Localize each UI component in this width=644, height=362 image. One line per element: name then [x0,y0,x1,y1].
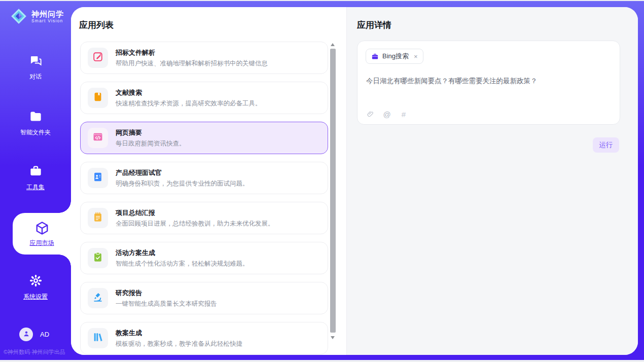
app-desc: 模板驱动，教案秒成，教学准备从此轻松快捷 [116,340,242,348]
sidebar: 神州问学 Smart Vision 对话 智能文件夹 工具集 应用市场 系统设置… [0,1,71,360]
app-desc: 帮助用户快速、准确地理解和解析招标书中的关键信息 [116,59,268,68]
cube-icon [34,221,50,236]
avatar [19,328,33,341]
chat-icon [29,54,43,67]
sidebar-item-toolset[interactable]: 工具集 [0,164,71,192]
user-account[interactable]: AD [19,328,49,341]
webpage-code-icon [92,131,103,144]
brand-logo: 神州问学 Smart Vision [10,8,64,25]
sidebar-item-chat[interactable]: 对话 [0,54,71,81]
app-list-title: 应用列表 [79,19,114,31]
sidebar-item-label: 应用市场 [30,239,54,247]
input-toolbar: @ # [366,110,408,118]
user-name: AD [40,331,49,338]
microscope-icon [92,292,103,305]
query-input-card[interactable]: Bing搜索 × 今日湖北有哪些新闻要点？有哪些需要关注的最新政策？ @ # [357,41,620,125]
app-name: 招标文件解析 [116,48,268,57]
app-name: 项目总结汇报 [116,208,274,218]
sidebar-item-settings[interactable]: 系统设置 [0,274,71,301]
app-card[interactable]: 活动方案生成 智能生成个性化活动方案，轻松解决规划难题。 [80,242,328,274]
diamond-logo-icon [10,8,27,25]
app-detail-title: 应用详情 [357,19,391,31]
app-name: 网页摘要 [116,128,186,137]
app-desc: 明确身份和职责，为您提供专业性的面试问题。 [116,179,249,188]
clipboard-check-icon [92,251,103,265]
hash-icon[interactable]: # [400,110,408,118]
sidebar-item-smart-folder[interactable]: 智能文件夹 [0,110,71,137]
app-icon-tile [88,48,108,68]
app-name: 产品经理面试官 [116,168,249,177]
scroll-down-arrow-icon[interactable] [331,336,335,339]
app-card[interactable]: 项目总结汇报 全面回顾项目进展，总结经验教训，助力未来优化发展。 [80,202,328,234]
app-desc: 智能生成个性化活动方案，轻松解决规划难题。 [116,260,249,268]
person-icon [22,330,30,340]
query-text[interactable]: 今日湖北有哪些新闻要点？有哪些需要关注的最新政策？ [366,77,612,86]
app-card[interactable]: 教案生成 模板驱动，教案秒成，教学准备从此轻松快捷 [80,322,328,354]
doc-edit-icon [92,51,103,64]
app-desc: 全面回顾项目进展，总结经验教训，助力未来优化发展。 [116,220,274,228]
sidebar-item-label: 工具集 [0,183,71,192]
app-desc: 快速精准查找学术资源，提高研究效率的必备工具。 [116,99,262,108]
app-icon-tile [88,248,108,268]
app-detail-column: 应用详情 Bing搜索 × 今日湖北有哪些新闻要点？有哪些需要关注的最新政策？ … [346,7,638,355]
copyright-footer: ©神州数码·神州问学出品 [4,348,71,356]
app-name: 活动方案生成 [116,248,249,258]
toolbox-icon [29,164,43,178]
app-icon-tile [88,88,108,108]
gear-icon [29,274,43,287]
app-name: 文献搜索 [116,88,262,97]
sidebar-item-app-market[interactable]: 应用市场 [13,213,71,255]
app-card[interactable]: 产品经理面试官 明确身份和职责，为您提供专业性的面试问题。 [80,162,328,194]
app-desc: 一键智能生成高质量长文本研究报告 [116,300,217,308]
app-card[interactable]: 研究报告 一键智能生成高质量长文本研究报告 [80,282,328,314]
app-icon-tile [88,328,108,348]
app-list-column: 应用列表 招标文件解析 帮助用户快速、准确地理解和解析招标书中的关键信息 文献搜… [71,7,346,355]
at-icon[interactable]: @ [383,110,391,118]
app-icon-tile [88,128,108,148]
app-card[interactable]: 招标文件解析 帮助用户快速、准确地理解和解析招标书中的关键信息 [80,42,328,74]
app-card[interactable]: 文献搜索 快速精准查找学术资源，提高研究效率的必备工具。 [80,82,328,114]
paperclip-icon[interactable] [366,110,374,118]
app-list: 招标文件解析 帮助用户快速、准确地理解和解析招标书中的关键信息 文献搜索 快速精… [80,42,328,355]
scrollbar[interactable] [330,42,336,341]
briefcase-icon [371,53,379,60]
folder-icon [29,110,43,123]
tool-tag-label: Bing搜索 [382,52,409,61]
app-name: 研究报告 [116,288,217,298]
brand-subtitle: Smart Vision [31,18,64,23]
app-icon-tile [88,168,108,188]
notepad-icon [92,211,103,225]
app-desc: 每日政府新闻资讯快查。 [116,139,186,148]
app-icon-tile [88,288,108,308]
content-panel: 应用列表 招标文件解析 帮助用户快速、准确地理解和解析招标书中的关键信息 文献搜… [71,7,638,355]
interview-doc-icon [92,171,103,185]
scrollbar-thumb[interactable] [330,49,336,333]
scroll-up-arrow-icon[interactable] [331,43,335,46]
sidebar-item-label: 对话 [0,73,71,81]
tool-tag-bing-search[interactable]: Bing搜索 × [366,49,423,64]
app-name: 教案生成 [116,329,242,338]
run-button[interactable]: 运行 [593,137,619,153]
close-icon[interactable]: × [414,53,418,60]
app-icon-tile [88,208,108,228]
sidebar-item-label: 智能文件夹 [0,128,71,137]
app-card[interactable]: 网页摘要 每日政府新闻资讯快查。 [80,122,328,154]
books-icon [92,332,103,345]
sidebar-item-label: 系统设置 [0,293,71,301]
book-icon [92,91,103,104]
brand-title: 神州问学 [31,10,64,18]
